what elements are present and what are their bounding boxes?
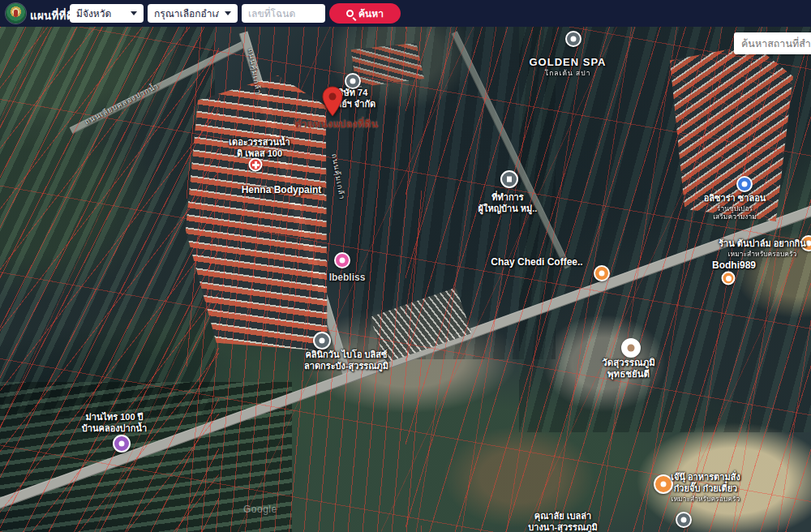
poi-kunalai-icon[interactable] — [676, 512, 692, 528]
province-select-value: มีจังหวัด — [76, 6, 125, 21]
poi-golden-spa-icon[interactable] — [565, 31, 581, 47]
poi-village-icon[interactable] — [249, 158, 263, 172]
google-watermark: Google — [243, 504, 277, 515]
parcel-location-marker[interactable] — [322, 86, 343, 120]
poi-headman-office-icon[interactable] — [500, 170, 518, 188]
shopping-glyph-icon — [742, 182, 748, 187]
app-header: แผนที่ที่ดิน มีจังหวัด กรุณาเลือกอำเภอ ค… — [0, 0, 811, 27]
coffee-glyph-icon — [599, 271, 605, 277]
place-search-input[interactable] — [734, 32, 811, 54]
temple-glyph-icon — [628, 345, 635, 352]
chevron-down-icon — [225, 11, 231, 15]
poi-salon-icon[interactable] — [736, 176, 753, 192]
poi-headman-office-label[interactable]: ที่ทำการ ผู้ใหญ่บ้าน หมู่.. — [478, 192, 538, 215]
poi-ibebliss-label[interactable]: Ibebliss — [329, 272, 366, 284]
place-glyph-icon — [681, 517, 687, 523]
poi-ibebliss-icon[interactable] — [334, 252, 350, 268]
poi-kunalai-label[interactable]: คุณาลัย เบลล่า บางนา-สุวรรณภูมิ — [528, 511, 597, 532]
poi-restaurant-label[interactable]: ร้าน ต้นปาล์ม อยากกิน เหมาะสำหรับครอบครั… — [719, 238, 806, 258]
poi-village-label[interactable]: เดอะวรรสวนน้ำ ดิ เพลส 100 — [229, 137, 290, 160]
poi-company-74-icon[interactable] — [345, 73, 361, 89]
chevron-down-icon — [131, 11, 137, 15]
shopping-glyph-icon — [340, 258, 345, 264]
cross-icon — [255, 161, 257, 169]
poi-temple-label[interactable]: วัดสุวรรณภูมิ พุทธชยันตี — [602, 357, 655, 380]
search-button[interactable]: ค้นหา — [329, 3, 401, 24]
restaurant-glyph-icon — [726, 276, 732, 281]
poi-clinic-label[interactable]: คลินิกวัน ไบโอ บลิสซ์ ลาดกระบัง-สุวรรณภู… — [304, 350, 388, 372]
poi-bodhi989-icon[interactable] — [722, 272, 736, 285]
poi-temple-icon[interactable] — [621, 338, 641, 358]
poi-attraction-label[interactable]: ม่านไทร 100 ปี บ้านคลองปากน้ำ — [82, 412, 147, 435]
poi-bodhi989-label[interactable]: Bodhi989 — [712, 260, 756, 272]
place-glyph-icon — [571, 36, 577, 42]
poi-coffee-icon[interactable] — [594, 265, 610, 281]
poi-golden-spa-label[interactable]: GOLDEN SPA โกลเด้น สปา — [530, 56, 607, 78]
poi-henna-label[interactable]: Henna Bodypaint — [242, 184, 322, 196]
district-select[interactable]: กรุณาเลือกอำเภอ — [148, 4, 238, 23]
deed-number-input[interactable] — [242, 4, 325, 23]
restaurant-glyph-icon — [806, 241, 811, 247]
search-button-label: ค้นหา — [358, 6, 384, 21]
search-icon — [346, 10, 354, 17]
poi-coffee-label[interactable]: Chay Chedi Coffee.. — [491, 256, 582, 268]
attraction-glyph-icon — [119, 441, 125, 447]
province-select[interactable]: มีจังหวัด — [70, 4, 144, 23]
poi-clinic-icon[interactable] — [313, 332, 331, 350]
poi-attraction-icon[interactable] — [113, 435, 131, 453]
poi-salon-label[interactable]: อลิซาร่า ซาลอน ร้านซุปเปอร์ เสริมความงาม — [704, 193, 766, 221]
health-glyph-icon — [320, 338, 325, 344]
building-glyph-icon — [507, 177, 512, 182]
district-select-value: กรุณาเลือกอำเภอ — [154, 6, 219, 21]
poi-food-label[interactable]: เจ๊นุ๊ อาหารตามสั่ง ก๋วยจั๊บ ก๋วยเตี๋ยว … — [671, 472, 740, 503]
field-strips — [0, 27, 215, 416]
restaurant-glyph-icon — [661, 482, 667, 487]
place-glyph-icon — [350, 79, 356, 84]
department-logo — [6, 3, 26, 24]
satellite-map[interactable]: ถนนเลียบคลองปากน้ำ ถนนคุ้มเกล้า ถนนคุ้มเ… — [0, 27, 811, 532]
